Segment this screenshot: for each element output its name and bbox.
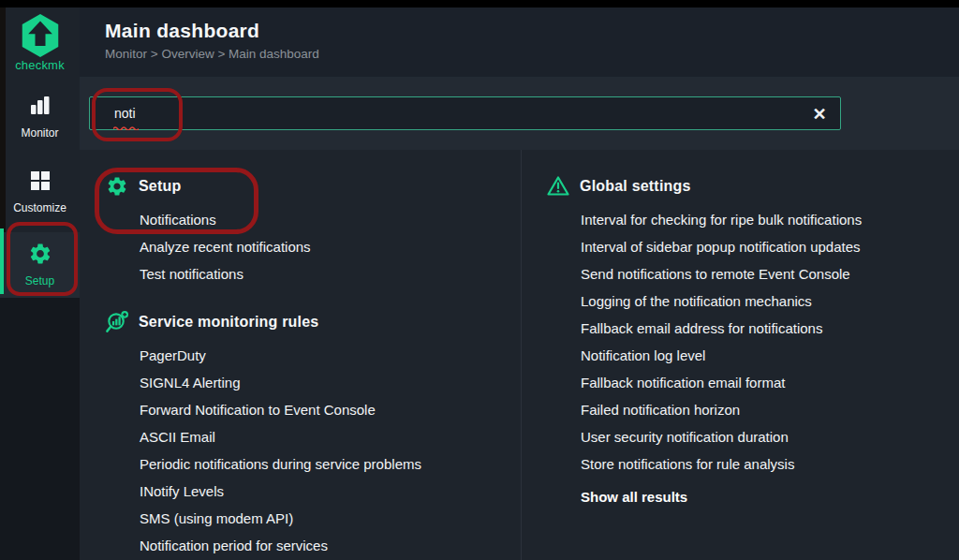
result-item[interactable]: PagerDuty bbox=[140, 342, 508, 369]
result-item[interactable]: Interval of sidebar popup notification u… bbox=[581, 233, 949, 260]
close-icon[interactable]: ✕ bbox=[807, 102, 832, 126]
result-item[interactable]: Send notifications to remote Event Conso… bbox=[581, 260, 949, 287]
show-all-results-link[interactable]: Show all results bbox=[581, 483, 949, 510]
result-item[interactable]: Analyze recent notifications bbox=[140, 233, 508, 260]
gear-icon bbox=[105, 175, 129, 198]
result-item[interactable]: Fallback notification email format bbox=[581, 369, 949, 396]
breadcrumb[interactable]: Monitor > Overview > Main dashboard bbox=[105, 47, 959, 61]
checkmk-logo[interactable]: checkmk bbox=[0, 11, 80, 72]
result-item[interactable]: Periodic notifications during service pr… bbox=[140, 450, 508, 478]
result-item[interactable]: User security notification duration bbox=[581, 423, 949, 450]
column-divider bbox=[521, 150, 522, 560]
result-item[interactable]: Failed notification horizon bbox=[581, 396, 949, 423]
result-item[interactable]: Logging of the notification mechanics bbox=[581, 287, 949, 315]
warning-triangle-icon bbox=[546, 175, 570, 198]
active-item-indicator bbox=[0, 228, 4, 294]
result-item[interactable]: Fallback email address for notifications bbox=[581, 315, 949, 342]
checkmk-logo-icon bbox=[20, 13, 61, 58]
sidebar-bottom-filler bbox=[0, 298, 80, 560]
result-item[interactable]: SIGNL4 Alerting bbox=[140, 369, 508, 396]
result-item[interactable]: Notification log level bbox=[581, 342, 949, 369]
sidebar-item-monitor[interactable]: Monitor bbox=[0, 90, 80, 144]
monitoring-rules-icon bbox=[105, 310, 129, 335]
grid-icon bbox=[28, 169, 52, 193]
topic-title: Setup bbox=[139, 178, 181, 195]
sidebar-item-setup[interactable]: Setup bbox=[0, 232, 80, 302]
page-header: Main dashboard Monitor > Overview > Main… bbox=[80, 7, 959, 77]
topic-title: Global settings bbox=[580, 178, 691, 195]
result-item[interactable]: Notifications bbox=[140, 206, 508, 233]
result-item[interactable]: Notification period for services bbox=[140, 532, 508, 559]
result-item[interactable]: Interval for checking for ripe bulk noti… bbox=[581, 206, 949, 233]
logo-text: checkmk bbox=[0, 58, 80, 72]
gear-icon bbox=[28, 242, 52, 266]
sidebar-item-label: Customize bbox=[13, 201, 66, 214]
result-topic-global-settings: Global settings Interval for checking fo… bbox=[546, 174, 949, 510]
bar-chart-icon bbox=[28, 94, 52, 118]
result-item[interactable]: Store notifications for rule analysis bbox=[581, 450, 949, 478]
result-item[interactable]: ASCII Email bbox=[140, 423, 508, 450]
sidebar-item-label: Monitor bbox=[21, 126, 58, 140]
result-item[interactable]: Test notifications bbox=[140, 260, 508, 287]
result-item[interactable]: INotify Levels bbox=[140, 478, 508, 505]
result-item[interactable]: Forward Notification to Event Console bbox=[140, 396, 508, 423]
result-item[interactable]: SMS (using modem API) bbox=[140, 505, 508, 532]
checkmk-app: { "colors": { "accent_green": "#17d18b",… bbox=[0, 0, 959, 560]
sidebar: checkmk Monitor Customize Setup bbox=[0, 7, 80, 560]
topic-title: Service monitoring rules bbox=[139, 314, 318, 331]
results-column-left: Setup Notifications Analyze recent notif… bbox=[105, 174, 508, 559]
page-title: Main dashboard bbox=[105, 20, 959, 42]
setup-search-input[interactable] bbox=[89, 96, 841, 130]
result-topic-setup: Setup Notifications Analyze recent notif… bbox=[105, 174, 508, 287]
topic-header: Service monitoring rules bbox=[105, 310, 508, 334]
topic-header: Global settings bbox=[546, 174, 949, 199]
search-results-panel: Setup Notifications Analyze recent notif… bbox=[80, 150, 959, 560]
sidebar-item-label: Setup bbox=[25, 274, 54, 287]
result-topic-service-monitoring-rules: Service monitoring rules PagerDuty SIGNL… bbox=[105, 310, 508, 559]
topic-header: Setup bbox=[105, 174, 508, 199]
sidebar-item-customize[interactable]: Customize bbox=[0, 165, 80, 219]
results-column-right: Global settings Interval for checking fo… bbox=[546, 174, 949, 510]
search-band: ✕ bbox=[80, 77, 959, 150]
